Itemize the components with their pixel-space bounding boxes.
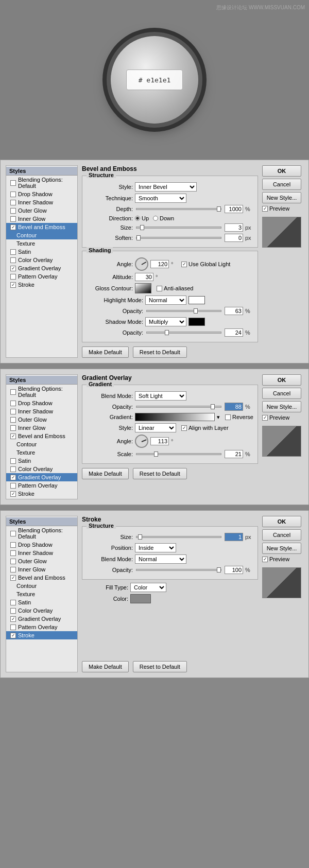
make-default-btn-1[interactable]: Make Default	[82, 346, 129, 358]
soften-slider[interactable]	[136, 237, 221, 239]
opacity-slider-3[interactable]	[136, 569, 221, 571]
styles-item-pattern-overlay-3[interactable]: Pattern Overlay	[6, 623, 77, 631]
new-style-btn-3[interactable]: New Style...	[262, 543, 301, 554]
style-select-2[interactable]: Linear	[135, 423, 176, 432]
styles-item-pattern-overlay-2[interactable]: Pattern Overlay	[6, 481, 77, 490]
styles-item-color-overlay-2[interactable]: Color Overlay	[6, 465, 77, 473]
styles-item-color-overlay-1[interactable]: Color Overlay	[6, 256, 77, 264]
make-default-btn-2[interactable]: Make Default	[82, 468, 129, 479]
anti-aliased[interactable]: Anti-aliased	[157, 285, 193, 291]
angle-dial[interactable]	[135, 257, 148, 271]
make-default-btn-3[interactable]: Make Default	[82, 661, 129, 672]
styles-item-satin-2[interactable]: Satin	[6, 457, 77, 465]
fill-type-select[interactable]: Color	[130, 583, 166, 592]
highlight-color[interactable]	[188, 296, 205, 304]
styles-item-gradient-overlay-3[interactable]: Gradient Overlay	[6, 615, 77, 623]
styles-item-texture-1[interactable]: Texture	[6, 239, 77, 248]
styles-item-satin-3[interactable]: Satin	[6, 598, 77, 606]
reset-to-default-btn-1[interactable]: Reset to Default	[133, 346, 187, 358]
direction-down[interactable]: Down	[153, 215, 174, 221]
angle-dial-2[interactable]	[135, 435, 148, 448]
position-select[interactable]: Inside	[135, 543, 176, 552]
cancel-btn-3[interactable]: Cancel	[262, 529, 301, 541]
styles-item-bevel-2[interactable]: Bevel and Emboss	[6, 432, 77, 440]
reverse-check[interactable]: Reverse	[225, 414, 253, 420]
styles-item-contour-1[interactable]: Contour	[6, 231, 77, 239]
reset-to-default-btn-2[interactable]: Reset to Default	[133, 468, 187, 479]
styles-item-bevel-1[interactable]: Bevel and Emboss	[6, 223, 77, 231]
cancel-btn-1[interactable]: Cancel	[262, 179, 301, 190]
styles-item-inner-glow-1[interactable]: Inner Glow	[6, 215, 77, 223]
align-with-layer[interactable]: Align with Layer	[181, 425, 229, 431]
gradient-preview[interactable]	[135, 413, 215, 421]
altitude-input[interactable]	[135, 273, 153, 281]
styles-item-outer-glow-1[interactable]: Outer Glow	[6, 206, 77, 215]
styles-item-outer-glow-3[interactable]: Outer Glow	[6, 557, 77, 565]
styles-item-drop-shadow-3[interactable]: Drop Shadow	[6, 541, 77, 549]
styles-item-contour-3[interactable]: Contour	[6, 582, 77, 590]
angle-input-2[interactable]	[150, 437, 169, 445]
styles-item-inner-shadow-3[interactable]: Inner Shadow	[6, 549, 77, 557]
ok-btn-1[interactable]: OK	[262, 165, 301, 177]
opacity-input-3[interactable]	[225, 566, 243, 574]
opacity1-input[interactable]	[225, 307, 243, 315]
ok-btn-2[interactable]: OK	[262, 374, 301, 386]
stroke-color-swatch[interactable]	[130, 594, 151, 603]
opacity2-slider[interactable]	[146, 332, 221, 334]
new-style-btn-1[interactable]: New Style...	[262, 192, 301, 203]
styles-item-pattern-overlay-1[interactable]: Pattern Overlay	[6, 272, 77, 281]
shadow-mode-select[interactable]: Multiply	[145, 317, 186, 326]
blend-mode-select-3[interactable]: Normal	[135, 554, 186, 564]
shadow-color[interactable]	[188, 318, 205, 326]
gloss-contour-preview[interactable]	[135, 283, 151, 293]
styles-item-stroke-1[interactable]: Stroke	[6, 281, 77, 289]
styles-item-satin-1[interactable]: Satin	[6, 248, 77, 256]
blend-mode-select-2[interactable]: Soft Light	[135, 391, 186, 401]
opacity-slider-2[interactable]	[136, 406, 221, 408]
styles-item-gradient-overlay-1[interactable]: Gradient Overlay	[6, 264, 77, 272]
styles-item-inner-shadow-2[interactable]: Inner Shadow	[6, 407, 77, 415]
cancel-btn-2[interactable]: Cancel	[262, 388, 301, 399]
styles-item-gradient-overlay-2[interactable]: Gradient Overlay	[6, 473, 77, 481]
size-slider-3[interactable]	[136, 536, 221, 538]
style-select[interactable]: Inner Bevel	[135, 182, 197, 192]
soften-input[interactable]	[225, 234, 243, 242]
styles-item-outer-glow-2[interactable]: Outer Glow	[6, 415, 77, 424]
chk-preview-1[interactable]	[262, 206, 268, 212]
use-global-light[interactable]: Use Global Light	[181, 261, 230, 267]
styles-item-drop-shadow-2[interactable]: Drop Shadow	[6, 399, 77, 407]
reset-to-default-btn-3[interactable]: Reset to Default	[133, 661, 187, 672]
direction-up[interactable]: Up	[135, 215, 149, 221]
size-input[interactable]	[225, 223, 243, 232]
technique-select[interactable]: Smooth	[135, 194, 186, 203]
styles-item-bevel-3[interactable]: Bevel and Emboss	[6, 574, 77, 582]
size-input-3[interactable]	[225, 533, 243, 541]
styles-item-inner-glow-2[interactable]: Inner Glow	[6, 424, 77, 432]
styles-item-stroke-2[interactable]: Stroke	[6, 490, 77, 498]
angle-input[interactable]	[150, 260, 169, 268]
styles-item-blending-1[interactable]: Blending Options: Default	[6, 176, 77, 190]
scale-input[interactable]	[225, 450, 243, 458]
opacity1-slider[interactable]	[146, 310, 221, 312]
styles-item-color-overlay-3[interactable]: Color Overlay	[6, 606, 77, 615]
chk-preview-3[interactable]	[262, 557, 268, 562]
styles-item-inner-shadow-1[interactable]: Inner Shadow	[6, 198, 77, 206]
depth-slider[interactable]	[136, 208, 221, 210]
styles-item-blending-2[interactable]: Blending Options: Default	[6, 385, 77, 399]
depth-input[interactable]	[225, 205, 243, 213]
styles-item-texture-2[interactable]: Texture	[6, 448, 77, 457]
ok-btn-3[interactable]: OK	[262, 516, 301, 527]
styles-item-blending-3[interactable]: Blending Options: Default	[6, 526, 77, 541]
chk-preview-2[interactable]	[262, 415, 268, 421]
opacity-input-2[interactable]	[225, 403, 243, 411]
new-style-btn-2[interactable]: New Style...	[262, 401, 301, 412]
opacity2-input[interactable]	[225, 328, 243, 337]
size-slider[interactable]	[136, 227, 221, 229]
styles-item-contour-2[interactable]: Contour	[6, 440, 77, 448]
styles-item-inner-glow-3[interactable]: Inner Glow	[6, 565, 77, 574]
scale-slider[interactable]	[136, 453, 221, 455]
styles-item-drop-shadow-1[interactable]: Drop Shadow	[6, 190, 77, 198]
styles-item-stroke-3[interactable]: Stroke	[6, 631, 77, 639]
styles-item-texture-3[interactable]: Texture	[6, 590, 77, 598]
highlight-mode-select[interactable]: Normal	[145, 296, 186, 305]
